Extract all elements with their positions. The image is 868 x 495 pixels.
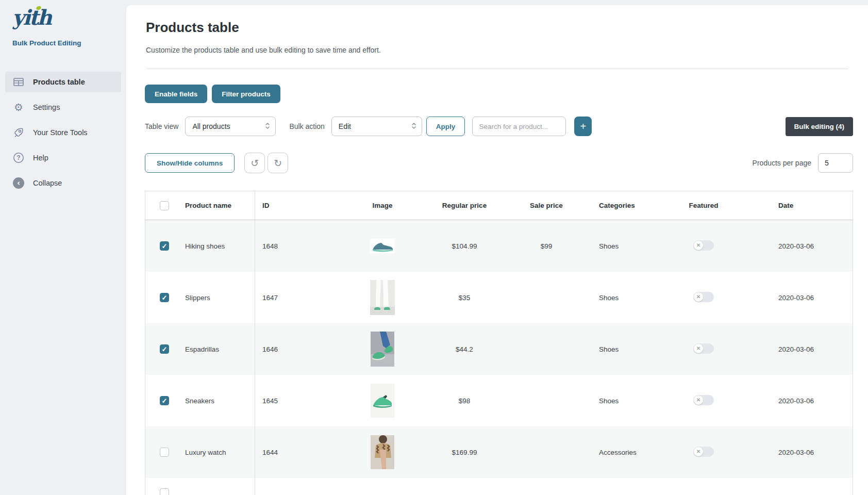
regular-price-cell: $104.99 — [419, 242, 510, 250]
redo-button[interactable]: ↻ — [268, 153, 288, 173]
rocket-icon — [12, 126, 25, 139]
apply-button[interactable]: Apply — [426, 117, 465, 136]
date-cell: 2020-03-06 — [746, 397, 853, 405]
featured-toggle[interactable]: ✕ — [693, 395, 714, 405]
bulk-action-label: Bulk action — [289, 122, 324, 130]
bulk-action-select[interactable]: Edit — [331, 117, 422, 136]
featured-toggle[interactable]: ✕ — [693, 343, 714, 354]
featured-cell: ✕ — [661, 447, 746, 458]
bulk-editing-button[interactable]: Bulk editing (4) — [786, 117, 854, 136]
table-row: Hiking shoes 1648 $104.99 $99 Shoes ✕ 20… — [145, 220, 853, 272]
bulk-action-selected-value: Edit — [339, 122, 351, 130]
luxury-watch-photo — [371, 435, 394, 469]
column-header-sale-price[interactable]: Sale price — [510, 202, 582, 209]
sidebar-item-label: Your Store Tools — [33, 128, 88, 137]
toggle-off-icon: ✕ — [694, 344, 703, 353]
row-checkbox[interactable] — [160, 344, 169, 354]
table-header-row: Product name ID Image Regular price Sale… — [145, 191, 853, 220]
table-row: Sneakers 1645 $98 Shoes ✕ 2020-03-06 — [145, 375, 853, 426]
left-arrow-icon: ‹ — [13, 177, 24, 189]
sidebar-item-products-table[interactable]: Products table — [5, 72, 121, 92]
column-header-id[interactable]: ID — [255, 202, 346, 209]
categories-cell: Shoes — [582, 345, 661, 353]
sidebar-item-your-store-tools[interactable]: Your Store Tools — [5, 122, 121, 143]
sneakers-photo — [371, 384, 394, 418]
row-checkbox[interactable] — [160, 293, 169, 302]
yith-logo: yith — [5, 5, 121, 35]
table-view-select[interactable]: All products — [185, 117, 276, 136]
toggle-off-icon: ✕ — [694, 395, 703, 405]
regular-price-cell: $44.2 — [419, 345, 510, 353]
enable-fields-button[interactable]: Enable fields — [145, 85, 207, 103]
logo-wordmark: yith — [12, 5, 51, 29]
collapse-icon: ‹ — [12, 177, 25, 189]
table-row: Espadrillas 1646 $44.2 Shoes ✕ — [145, 323, 853, 375]
regular-price-cell: $169.99 — [419, 449, 510, 456]
product-name-cell: Sneakers — [174, 375, 255, 426]
categories-cell: Shoes — [582, 294, 661, 302]
row-checkbox[interactable] — [160, 396, 169, 405]
categories-cell: Shoes — [582, 397, 661, 405]
sidebar-item-collapse[interactable]: ‹ Collapse — [5, 173, 121, 193]
show-hide-columns-button[interactable]: Show/Hide columns — [145, 153, 235, 173]
undo-button[interactable]: ↺ — [244, 153, 265, 173]
column-header-featured[interactable]: Featured — [661, 202, 746, 209]
toggle-off-icon: ✕ — [694, 241, 703, 250]
product-name-cell: Espadrillas — [174, 323, 255, 375]
products-per-page-input[interactable] — [818, 153, 853, 173]
table-icon — [12, 76, 25, 88]
date-cell: 2020-03-06 — [746, 449, 853, 456]
column-header-regular-price[interactable]: Regular price — [419, 202, 510, 209]
product-name-cell: Hiking shoes — [174, 220, 255, 272]
row-checkbox[interactable] — [160, 448, 169, 457]
product-id-cell: 1646 — [255, 345, 346, 353]
sidebar-item-settings[interactable]: ⚙ Settings — [5, 97, 121, 118]
row-checkbox[interactable] — [160, 488, 169, 495]
add-product-button[interactable]: + — [574, 117, 592, 136]
featured-cell: ✕ — [661, 292, 746, 304]
column-header-date[interactable]: Date — [746, 202, 853, 209]
gear-icon: ⚙ — [12, 101, 25, 113]
sidebar-item-label: Collapse — [33, 179, 62, 187]
column-header-categories[interactable]: Categories — [582, 202, 661, 209]
featured-toggle[interactable]: ✕ — [693, 447, 714, 457]
search-input[interactable] — [472, 117, 566, 136]
featured-toggle[interactable]: ✕ — [693, 292, 714, 302]
column-header-product-name[interactable]: Product name — [174, 191, 255, 220]
product-image-cell — [346, 435, 419, 469]
sidebar-menu: Products table ⚙ Settings Your Store Too… — [5, 72, 121, 193]
product-id-cell: 1645 — [255, 397, 346, 405]
regular-price-cell: $35 — [419, 294, 510, 302]
featured-cell: ✕ — [661, 343, 746, 355]
plus-icon: + — [580, 121, 587, 133]
row-checkbox[interactable] — [160, 241, 169, 251]
toggle-off-icon: ✕ — [694, 447, 703, 456]
column-header-image[interactable]: Image — [346, 202, 419, 209]
help-icon: ? — [12, 152, 25, 164]
product-image-cell — [346, 384, 419, 418]
sidebar: yith Bulk Product Editing Products table… — [0, 0, 126, 495]
product-id-cell: 1647 — [255, 294, 346, 302]
chevron-updown-icon — [265, 122, 270, 131]
product-image-cell — [346, 332, 419, 367]
filter-products-button[interactable]: Filter products — [212, 85, 280, 103]
main-panel: Products table Customize the products ta… — [126, 5, 868, 495]
hiking-shoes-photo — [370, 239, 395, 253]
table-row: Slippers 1647 $35 Shoes ✕ — [145, 272, 853, 323]
sale-price-cell: $99 — [510, 242, 582, 250]
product-id-cell: 1644 — [255, 449, 346, 456]
page-subtitle: Customize the products table and use bul… — [146, 46, 848, 54]
table-view-label: Table view — [145, 122, 178, 130]
date-cell: 2020-03-06 — [746, 242, 853, 250]
featured-toggle[interactable]: ✕ — [693, 240, 714, 251]
espadrillas-photo — [371, 332, 394, 367]
table-row-partial — [145, 478, 853, 495]
sidebar-item-help[interactable]: ? Help — [5, 147, 121, 168]
slippers-photo — [370, 280, 395, 315]
svg-text:?: ? — [16, 154, 20, 161]
products-per-page-label: Products per page — [753, 159, 811, 167]
select-all-checkbox[interactable] — [160, 201, 169, 210]
filter-row: Table view All products Bulk action Edit… — [145, 117, 853, 136]
chevron-updown-icon — [411, 122, 416, 131]
featured-cell: ✕ — [661, 395, 746, 407]
